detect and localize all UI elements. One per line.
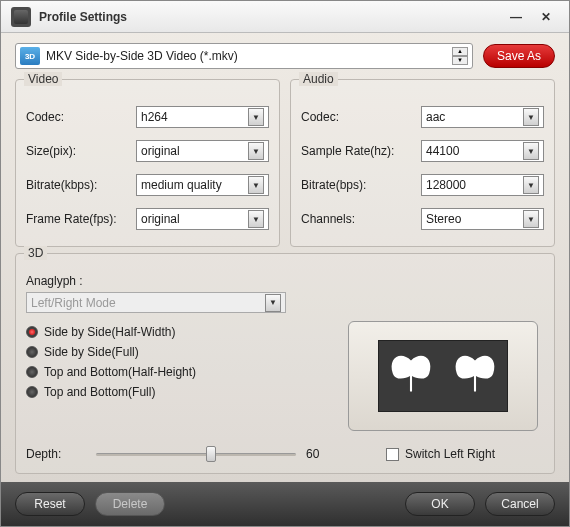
profile-3d-icon: 3D	[20, 47, 40, 65]
slider-track	[96, 453, 296, 456]
video-bitrate-select[interactable]: medium quality▼	[136, 174, 269, 196]
video-size-select[interactable]: original▼	[136, 140, 269, 162]
depth-label: Depth:	[26, 447, 86, 461]
switch-left-right-checkbox[interactable]: Switch Left Right	[386, 447, 495, 461]
butterfly-right-icon	[443, 341, 507, 411]
cancel-button[interactable]: Cancel	[485, 492, 555, 516]
3d-preview	[348, 321, 538, 431]
butterfly-left-icon	[379, 341, 443, 411]
audio-channels-label: Channels:	[301, 212, 421, 226]
footer-bar: Reset Delete OK Cancel	[1, 482, 569, 526]
radio-top-bottom-full[interactable]: Top and Bottom(Full)	[26, 385, 196, 399]
chevron-down-icon: ▼	[248, 142, 264, 160]
audio-bitrate-select[interactable]: 128000▼	[421, 174, 544, 196]
audio-samplerate-select[interactable]: 44100▼	[421, 140, 544, 162]
profile-selected-text: MKV Side-by-Side 3D Video (*.mkv)	[46, 49, 452, 63]
title-bar: Profile Settings — ✕	[1, 1, 569, 33]
radio-side-by-side-full[interactable]: Side by Side(Full)	[26, 345, 196, 359]
profile-spinner[interactable]: ▲ ▼	[452, 47, 468, 65]
video-bitrate-label: Bitrate(kbps):	[26, 178, 136, 192]
chevron-down-icon: ▼	[248, 210, 264, 228]
audio-group: Audio Codec: aac▼ Sample Rate(hz): 44100…	[290, 79, 555, 247]
depth-slider[interactable]	[96, 445, 296, 463]
reset-button[interactable]: Reset	[15, 492, 85, 516]
profile-settings-dialog: Profile Settings — ✕ 3D MKV Side-by-Side…	[0, 0, 570, 527]
window-title: Profile Settings	[39, 10, 499, 24]
close-button[interactable]: ✕	[533, 8, 559, 26]
video-framerate-label: Frame Rate(fps):	[26, 212, 136, 226]
video-framerate-select[interactable]: original▼	[136, 208, 269, 230]
app-icon	[11, 7, 31, 27]
chevron-down-icon: ▼	[523, 142, 539, 160]
3d-mode-radios: Side by Side(Half-Width) Side by Side(Fu…	[26, 321, 196, 431]
checkbox-icon	[386, 448, 399, 461]
audio-channels-select[interactable]: Stereo▼	[421, 208, 544, 230]
radio-dot-icon	[26, 366, 38, 378]
anaglyph-label: Anaglyph :	[26, 274, 544, 288]
profile-row: 3D MKV Side-by-Side 3D Video (*.mkv) ▲ ▼…	[1, 33, 569, 75]
audio-codec-select[interactable]: aac▼	[421, 106, 544, 128]
save-as-button[interactable]: Save As	[483, 44, 555, 68]
audio-legend: Audio	[299, 72, 338, 86]
chevron-down-icon: ▼	[248, 108, 264, 126]
chevron-down-icon: ▼	[523, 176, 539, 194]
chevron-up-icon[interactable]: ▲	[452, 47, 468, 56]
video-legend: Video	[24, 72, 62, 86]
minimize-button[interactable]: —	[503, 8, 529, 26]
video-group: Video Codec: h264▼ Size(pix): original▼ …	[15, 79, 280, 247]
ok-button[interactable]: OK	[405, 492, 475, 516]
audio-samplerate-label: Sample Rate(hz):	[301, 144, 421, 158]
video-codec-label: Codec:	[26, 110, 136, 124]
video-size-label: Size(pix):	[26, 144, 136, 158]
chevron-down-icon: ▼	[265, 294, 281, 312]
preview-inner	[378, 340, 508, 412]
3d-legend: 3D	[24, 246, 47, 260]
chevron-down-icon: ▼	[248, 176, 264, 194]
chevron-down-icon: ▼	[523, 108, 539, 126]
radio-dot-icon	[26, 346, 38, 358]
chevron-down-icon[interactable]: ▼	[452, 56, 468, 65]
audio-bitrate-label: Bitrate(bps):	[301, 178, 421, 192]
slider-thumb[interactable]	[206, 446, 216, 462]
radio-side-by-side-half[interactable]: Side by Side(Half-Width)	[26, 325, 196, 339]
delete-button: Delete	[95, 492, 165, 516]
3d-group: 3D Anaglyph : Left/Right Mode ▼ Side by …	[15, 253, 555, 474]
anaglyph-select: Left/Right Mode ▼	[26, 292, 286, 313]
audio-codec-label: Codec:	[301, 110, 421, 124]
radio-top-bottom-half[interactable]: Top and Bottom(Half-Height)	[26, 365, 196, 379]
depth-value: 60	[306, 447, 336, 461]
radio-dot-icon	[26, 386, 38, 398]
profile-select[interactable]: 3D MKV Side-by-Side 3D Video (*.mkv) ▲ ▼	[15, 43, 473, 69]
video-codec-select[interactable]: h264▼	[136, 106, 269, 128]
radio-dot-icon	[26, 326, 38, 338]
chevron-down-icon: ▼	[523, 210, 539, 228]
